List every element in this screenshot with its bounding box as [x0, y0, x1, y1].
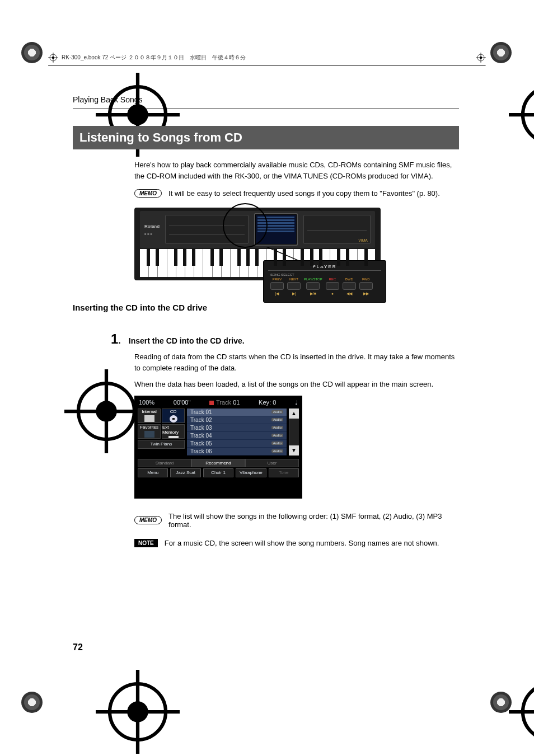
crop-corner-tl — [21, 42, 44, 64]
keyboard-brand: Roland — [144, 224, 160, 229]
player-btn-playstop: PLAY/STOP▶/■ — [304, 278, 322, 296]
figure-keyboard: Roland ■ ■ ■ VIMA — [134, 208, 459, 280]
btn-tone: Tone — [269, 468, 299, 477]
memo-badge: MEMO — [134, 516, 162, 524]
screen-volume: 100% — [139, 399, 154, 406]
tempo-icon: ♩ — [295, 399, 298, 406]
screen-scrollbar: ▲ ▼ — [289, 408, 299, 456]
dotted-rule — [73, 316, 459, 318]
tile-ext-memory: Ext Memory — [162, 424, 185, 439]
screen-key: Key: 0 — [259, 399, 276, 406]
note-icon — [209, 401, 214, 405]
list-item: Track 05Audio — [187, 440, 287, 448]
crop-corner-bl — [21, 692, 44, 714]
registration-mark-right — [498, 369, 512, 383]
list-item: Track 01Audio — [187, 408, 287, 416]
screen-time: 00'00" — [174, 399, 190, 406]
scroll-down-icon: ▼ — [289, 445, 299, 456]
main-screen: 100% 00'00" Track 01 Key: 0 ♩ Internal C… — [134, 396, 302, 499]
list-item: Track 03Audio — [187, 424, 287, 432]
memo-badge: MEMO — [134, 189, 162, 198]
memo-row-1: MEMO It will be easy to select frequentl… — [134, 189, 459, 198]
registration-mark-br — [467, 670, 480, 683]
player-btn-bwd: BWD◀◀ — [343, 278, 356, 296]
tile-twin-piano: Twin Piano — [138, 440, 185, 449]
crop-corner-tr — [490, 42, 513, 64]
note-row: NOTE For a music CD, the screen will sho… — [134, 539, 459, 547]
memo-text-1: It will be easy to select frequently use… — [168, 189, 440, 198]
keyboard-right-panel: VIMA — [303, 215, 371, 244]
memo-text-2: The list will show the songs in the foll… — [168, 512, 459, 529]
framemaker-header: RK-300_e.book 72 ページ ２００８年９月１０日 水曜日 午後４時… — [48, 50, 486, 65]
running-head-rule — [73, 109, 459, 109]
registration-mark-tr — [467, 73, 480, 86]
player-btn-rec: REC● — [326, 278, 339, 296]
step-1: 1. Insert the CD into the CD drive. — [111, 331, 459, 347]
tab-standard: Standard — [138, 459, 191, 467]
screen-callout-ring — [223, 203, 268, 248]
registration-mark-icon — [476, 53, 486, 63]
step-body-1: Reading of data from the CD starts when … — [134, 351, 459, 373]
player-btn-fwd: FWD▶▶ — [359, 278, 373, 296]
section-title: Listening to Songs from CD — [73, 126, 459, 149]
page-number: 72 — [73, 642, 83, 652]
list-item: Track 04Audio — [187, 432, 287, 440]
registration-mark-bl — [54, 670, 67, 683]
player-btn-prev: PREV|◀ — [270, 278, 284, 296]
btn-jazz-scat: Jazz Scat — [170, 468, 200, 477]
step-title: Insert the CD into the CD drive. — [129, 336, 245, 345]
btn-vibraphone: Vibraphone — [236, 468, 266, 477]
memo-row-2: MEMO The list will show the songs in the… — [134, 512, 459, 529]
btn-menu: Menu — [138, 468, 168, 477]
step-body-2: When the data has been loaded, a list of… — [134, 379, 459, 390]
player-btn-next: NEXT▶| — [287, 278, 301, 296]
list-item: Track 02Audio — [187, 416, 287, 424]
subheading: Inserting the CD into the CD drive — [73, 303, 459, 312]
step-number: 1. — [111, 331, 121, 347]
tab-user: User — [245, 459, 299, 467]
player-buttons: PREV|◀ NEXT▶| PLAY/STOP▶/■ REC● BWD◀◀ FW… — [270, 278, 381, 296]
tile-internal: Internal — [138, 408, 161, 423]
header-rule — [48, 65, 486, 66]
intro-paragraph: Here's how to play back commercially ava… — [134, 159, 459, 181]
screen-bottom-buttons: Menu Jazz Scat Choir 1 Vibraphone Tone — [134, 468, 302, 481]
song-select-label: SONG SELECT — [270, 273, 381, 276]
scroll-up-icon: ▲ — [289, 408, 299, 419]
note-text: For a music CD, the screen will show the… — [165, 539, 439, 547]
player-panel-callout: PLAYER SONG SELECT PREV|◀ NEXT▶| PLAY/ST… — [263, 260, 386, 303]
note-badge: NOTE — [134, 539, 158, 547]
tile-favorites: Favorites — [138, 424, 161, 439]
btn-choir: Choir 1 — [203, 468, 233, 477]
registration-mark-left — [22, 369, 36, 383]
keyboard-illustration: Roland ■ ■ ■ VIMA — [134, 208, 381, 280]
screen-track-list: Track 01Audio Track 02Audio Track 03Audi… — [187, 408, 287, 456]
vima-logo: VIMA — [358, 238, 368, 242]
tab-recommend: Recommend — [191, 459, 245, 467]
screen-source-tiles: Internal CD Favorites Ext Memory Twin Pi… — [138, 408, 185, 456]
tile-cd: CD — [162, 408, 185, 423]
registration-mark-icon — [48, 53, 58, 63]
running-head: Playing Back Songs — [73, 95, 459, 104]
list-item: Track 06Audio — [187, 448, 287, 456]
registration-mark-tl — [54, 73, 67, 86]
screen-tabs: Standard Recommend User — [138, 459, 299, 467]
framemaker-text: RK-300_e.book 72 ページ ２００８年９月１０日 水曜日 午後４時… — [62, 54, 246, 62]
figure-screen: 100% 00'00" Track 01 Key: 0 ♩ Internal C… — [134, 396, 459, 499]
screen-current-track: Track 01 — [209, 399, 240, 406]
